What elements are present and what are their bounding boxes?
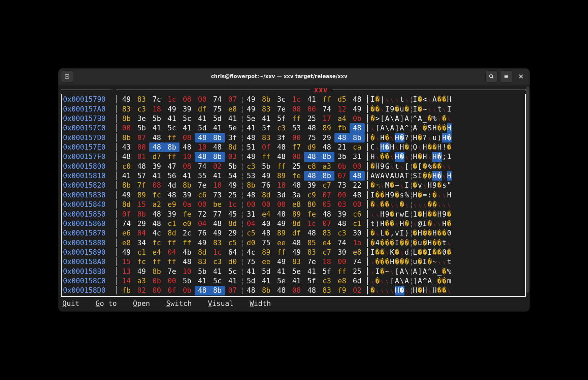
byte[interactable]: 15: [119, 257, 134, 266]
byte[interactable]: 10: [195, 142, 210, 152]
byte[interactable]: c7: [319, 248, 334, 257]
byte[interactable]: e6: [119, 228, 134, 238]
byte[interactable]: 41: [259, 276, 274, 286]
byte[interactable]: 4b: [179, 248, 195, 257]
byte[interactable]: 83: [289, 257, 304, 266]
byte[interactable]: c3: [319, 276, 334, 286]
byte[interactable]: 0b: [350, 114, 365, 123]
byte[interactable]: fc: [149, 238, 164, 248]
byte[interactable]: 30: [334, 248, 350, 257]
byte[interactable]: 3e: [134, 114, 149, 123]
byte[interactable]: 75: [243, 257, 259, 266]
byte[interactable]: f7: [289, 142, 304, 152]
byte[interactable]: e8: [119, 238, 134, 248]
byte[interactable]: 8b: [319, 171, 334, 181]
byte[interactable]: 5e: [289, 267, 304, 276]
byte[interactable]: 49: [289, 248, 304, 257]
byte[interactable]: 1c: [289, 95, 304, 104]
byte[interactable]: c3: [134, 104, 149, 114]
byte[interactable]: 41: [304, 95, 319, 104]
byte[interactable]: 5e: [225, 123, 240, 133]
byte[interactable]: 48: [334, 133, 350, 142]
byte[interactable]: 22: [350, 181, 365, 190]
byte[interactable]: c0: [119, 162, 134, 171]
byte[interactable]: ff: [274, 248, 289, 257]
byte[interactable]: 2c: [179, 228, 195, 238]
byte[interactable]: 48: [149, 219, 164, 228]
byte[interactable]: 02: [350, 286, 365, 295]
byte[interactable]: a3: [319, 162, 334, 171]
byte[interactable]: 48: [304, 123, 319, 133]
byte[interactable]: 29: [319, 133, 334, 142]
byte[interactable]: c3: [274, 123, 289, 133]
byte[interactable]: c1: [164, 219, 179, 228]
byte[interactable]: 08: [179, 162, 195, 171]
byte[interactable]: 25: [304, 114, 319, 123]
byte[interactable]: 41: [210, 171, 225, 181]
byte[interactable]: 49: [119, 95, 134, 104]
byte[interactable]: 45: [225, 210, 240, 219]
byte[interactable]: 3f: [225, 133, 240, 142]
byte[interactable]: 0a: [179, 200, 195, 209]
byte[interactable]: 25: [350, 267, 365, 276]
byte[interactable]: fb: [334, 123, 350, 133]
byte[interactable]: 5f: [259, 123, 274, 133]
byte[interactable]: 00: [119, 123, 134, 133]
byte[interactable]: 00: [304, 104, 319, 114]
byte[interactable]: 29: [225, 228, 240, 238]
byte[interactable]: 41: [149, 171, 164, 181]
byte[interactable]: 8d: [225, 142, 240, 152]
byte[interactable]: 13: [119, 267, 134, 276]
byte[interactable]: fc: [149, 190, 164, 200]
byte[interactable]: e4: [149, 248, 164, 257]
byte[interactable]: 41: [243, 267, 259, 276]
byte[interactable]: 74: [195, 162, 210, 171]
byte[interactable]: 18: [274, 181, 289, 190]
byte[interactable]: 89: [274, 228, 289, 238]
byte[interactable]: 30: [350, 228, 365, 238]
byte[interactable]: 7c: [149, 95, 164, 104]
byte[interactable]: 89: [274, 171, 289, 181]
byte[interactable]: 5f: [304, 276, 319, 286]
byte[interactable]: ff: [179, 238, 195, 248]
byte[interactable]: 7e: [195, 181, 210, 190]
byte[interactable]: ff: [149, 257, 164, 266]
byte[interactable]: 41: [195, 114, 210, 123]
menu-button[interactable]: [500, 70, 512, 83]
byte[interactable]: 4c: [243, 248, 259, 257]
byte[interactable]: 3b: [334, 152, 350, 161]
terminal-viewport[interactable]: xxv 0x00015790│49837c1c08007407¦498b3c1c…: [58, 85, 530, 311]
byte[interactable]: 0b: [149, 276, 164, 286]
byte[interactable]: 48: [274, 286, 289, 295]
byte[interactable]: 41: [243, 123, 259, 133]
close-button[interactable]: [515, 70, 527, 83]
byte[interactable]: 10: [210, 181, 225, 190]
byte[interactable]: 01: [134, 152, 149, 161]
byte[interactable]: 39: [164, 210, 179, 219]
byte[interactable]: 48: [304, 286, 319, 295]
byte[interactable]: 08: [289, 104, 304, 114]
byte[interactable]: 39: [149, 162, 164, 171]
byte[interactable]: 0f: [259, 142, 274, 152]
byte[interactable]: d7: [149, 152, 164, 161]
byte[interactable]: 49: [195, 238, 210, 248]
byte[interactable]: 41: [119, 171, 134, 181]
byte[interactable]: 83: [319, 286, 334, 295]
byte[interactable]: 49: [350, 104, 365, 114]
byte[interactable]: 56: [164, 171, 179, 181]
byte[interactable]: 40: [259, 219, 274, 228]
byte[interactable]: 49: [243, 104, 259, 114]
byte[interactable]: 48: [304, 152, 319, 161]
byte[interactable]: 8b: [179, 181, 195, 190]
byte[interactable]: 49: [225, 181, 240, 190]
byte[interactable]: 03: [225, 152, 240, 161]
byte[interactable]: 5d: [243, 276, 259, 286]
byte[interactable]: 07: [225, 95, 240, 104]
byte[interactable]: 00: [195, 200, 210, 209]
byte[interactable]: 5f: [274, 114, 289, 123]
byte[interactable]: 83: [134, 95, 149, 104]
byte[interactable]: 49: [134, 267, 149, 276]
byte[interactable]: 07: [225, 286, 240, 295]
byte[interactable]: 5e: [274, 276, 289, 286]
byte[interactable]: 41: [210, 123, 225, 133]
